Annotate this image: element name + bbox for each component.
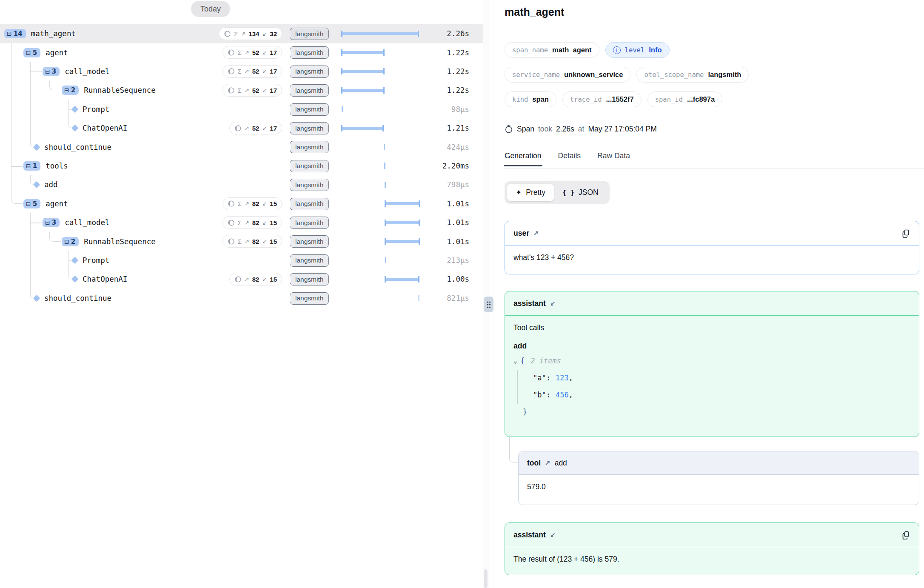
tab-generation[interactable]: Generation (505, 151, 542, 166)
output-tokens: 82 (252, 200, 260, 207)
tool-message-card: tool ↗ add 579.0 (518, 451, 919, 505)
sigma-icon: Σ (238, 238, 242, 245)
duration-bar (342, 51, 384, 54)
input-tokens: 15 (270, 200, 277, 207)
trace-id-pill[interactable]: trace_id ...1552f7 (562, 91, 642, 107)
tree-row-add[interactable]: addlangsmith798µs (0, 175, 483, 194)
tool-connector-line (509, 437, 518, 462)
json-key: "b": (533, 391, 550, 399)
span-name-label: add (44, 180, 58, 189)
service-name-pill[interactable]: service_name unknown_service (505, 67, 630, 83)
user-message-card: user ↗ what's 123 + 456? (505, 221, 919, 274)
expand-collapse-badge[interactable]: ⊟3 (43, 218, 60, 227)
expand-collapse-badge[interactable]: ⊟3 (43, 67, 60, 76)
coin-icon (228, 219, 235, 226)
arrow-down-left-icon: ↙ (262, 276, 267, 283)
langsmith-tag[interactable]: langsmith (290, 179, 329, 191)
langsmith-tag[interactable]: langsmith (290, 217, 329, 229)
expand-collapse-badge[interactable]: ⊟5 (23, 199, 40, 208)
collapse-icon: ⊟ (26, 200, 31, 207)
tree-row-math_agent[interactable]: ⊟14math_agentΣ↗134↙32langsmith2.26s (0, 24, 483, 43)
langsmith-tag[interactable]: langsmith (290, 273, 329, 285)
langsmith-tag[interactable]: langsmith (290, 122, 329, 134)
tree-row-agent[interactable]: ⊟5agentΣ↗82↙15langsmith1.01s (0, 194, 483, 213)
leaf-diamond-icon (33, 294, 40, 302)
detail-tabs: Generation Details Raw Data (505, 151, 630, 166)
collapse-icon: ⊟ (7, 30, 12, 37)
copy-button[interactable] (901, 228, 910, 238)
leaf-diamond-icon (71, 125, 79, 132)
scrollbar-thumb[interactable] (484, 569, 488, 588)
attribute-pill-row-3: kind span trace_id ...1552f7 span_id ...… (505, 91, 722, 107)
langsmith-tag[interactable]: langsmith (290, 28, 329, 40)
waterfall-lane (342, 289, 421, 308)
tree-row-Prompt[interactable]: Promptlangsmith98µs (0, 100, 483, 119)
langsmith-tag[interactable]: langsmith (290, 198, 329, 210)
span-name-pill[interactable]: span_name math_agent (505, 42, 599, 58)
langsmith-tag[interactable]: langsmith (290, 292, 329, 305)
waterfall-lane (342, 194, 421, 213)
tab-raw-data[interactable]: Raw Data (597, 151, 630, 166)
pretty-toggle-button[interactable]: ✦ Pretty (507, 184, 554, 201)
tree-row-ChatOpenAI[interactable]: ChatOpenAI↗82↙15langsmith1.00s (0, 270, 483, 288)
waterfall-lane (342, 119, 421, 137)
langsmith-tag[interactable]: langsmith (290, 160, 329, 172)
message-content: what's 123 + 456? (505, 245, 919, 270)
langsmith-tag[interactable]: langsmith (290, 235, 329, 248)
tree-row-should_continue[interactable]: should_continuelangsmith821µs (0, 289, 483, 308)
expand-collapse-badge[interactable]: ⊟2 (62, 237, 79, 246)
waterfall-lane (342, 175, 421, 194)
span-id-pill[interactable]: span_id ...fc897a (647, 91, 722, 107)
copy-button[interactable] (901, 530, 910, 539)
level-pill[interactable]: i level Info (605, 42, 670, 58)
tree-row-name: ⊟3call_model (43, 62, 110, 81)
tree-row-agent[interactable]: ⊟5agentΣ↗52↙17langsmith1.22s (0, 43, 483, 62)
coin-icon (228, 87, 235, 94)
waterfall-lane (342, 232, 421, 251)
duration-label: 1.00s (447, 270, 469, 288)
duration-bar (342, 32, 419, 35)
leaf-diamond-icon (71, 106, 79, 113)
expand-collapse-badge[interactable]: ⊟14 (4, 29, 26, 38)
langsmith-tag[interactable]: langsmith (290, 141, 329, 153)
page-title: math_agent (505, 6, 564, 18)
expand-collapse-badge[interactable]: ⊟5 (23, 48, 40, 57)
tree-row-RunnableSequence[interactable]: ⊟2RunnableSequenceΣ↗52↙17langsmith1.22s (0, 81, 483, 100)
expand-collapse-badge[interactable]: ⊟2 (62, 86, 79, 95)
langsmith-tag[interactable]: langsmith (290, 103, 329, 116)
expand-collapse-badge[interactable]: ⊟1 (23, 161, 40, 171)
langsmith-tag[interactable]: langsmith (290, 46, 329, 59)
tree-row-Prompt[interactable]: Promptlangsmith213µs (0, 251, 483, 270)
json-toggle-button[interactable]: { } JSON (554, 184, 607, 201)
coin-icon (228, 68, 235, 75)
span-name-label: agent (46, 200, 68, 208)
tree-row-call_model[interactable]: ⊟3call_modelΣ↗82↙15langsmith1.01s (0, 213, 483, 232)
tree-row-ChatOpenAI[interactable]: ChatOpenAI↗52↙17langsmith1.21s (0, 119, 483, 137)
input-tokens: 17 (270, 125, 277, 132)
sigma-icon: Σ (238, 200, 242, 207)
output-tokens: 52 (252, 87, 260, 94)
info-icon: i (613, 46, 621, 54)
attribute-pill-row-1: span_name math_agent i level Info (505, 42, 670, 58)
tree-row-RunnableSequence[interactable]: ⊟2RunnableSequenceΣ↗82↙15langsmith1.01s (0, 232, 483, 251)
duration-label: 98µs (451, 100, 469, 119)
timing-took-word: took (538, 125, 552, 134)
tree-row-should_continue[interactable]: should_continuelangsmith424µs (0, 137, 483, 156)
panel-resize-handle[interactable] (484, 297, 493, 312)
langsmith-tag[interactable]: langsmith (290, 66, 329, 78)
tab-details[interactable]: Details (558, 151, 581, 166)
token-usage-pill: Σ↗82↙15 (222, 235, 282, 248)
token-usage-pill: Σ↗82↙15 (222, 216, 282, 229)
waterfall-lane (342, 157, 421, 175)
otel-scope-name-pill[interactable]: otel_scope_name langsmith (636, 67, 749, 83)
langsmith-tag[interactable]: langsmith (290, 254, 329, 267)
tree-row-call_model[interactable]: ⊟3call_modelΣ↗52↙17langsmith1.22s (0, 62, 483, 81)
langsmith-tag[interactable]: langsmith (290, 84, 329, 97)
chevron-down-icon[interactable]: ⌄ (513, 357, 520, 365)
tree-row-tools[interactable]: ⊟1toolslangsmith2.20ms (0, 157, 483, 175)
tree-row-name: ⊟2RunnableSequence (62, 81, 156, 100)
message-content: The result of (123 + 456) is 579. (505, 547, 919, 571)
input-tokens: 17 (270, 68, 277, 75)
kind-pill[interactable]: kind span (505, 91, 556, 107)
child-count: 14 (14, 30, 23, 37)
